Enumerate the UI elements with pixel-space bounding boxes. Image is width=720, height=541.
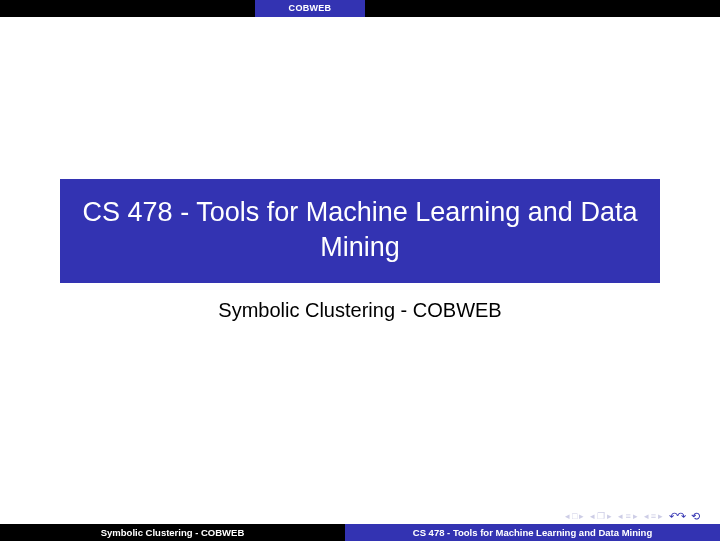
slide-title: CS 478 - Tools for Machine Learning and … xyxy=(70,195,650,265)
nav-slide-next-icon[interactable]: ▸ xyxy=(633,511,638,521)
nav-back-forward-icon[interactable]: ↶↷ xyxy=(669,510,685,523)
nav-subsec-box-icon[interactable]: ❐ xyxy=(597,511,605,521)
section-tab-cobweb[interactable]: COBWEB xyxy=(255,0,365,17)
nav-slide2-prev-icon[interactable]: ◂ xyxy=(644,511,649,521)
slide-subtitle: Symbolic Clustering - COBWEB xyxy=(0,299,720,322)
nav-subsec-prev-icon[interactable]: ◂ xyxy=(590,511,595,521)
nav-slide2-bar-icon[interactable]: ≡ xyxy=(651,511,656,521)
nav-slide2-next-icon[interactable]: ▸ xyxy=(658,511,663,521)
content-area: CS 478 - Tools for Machine Learning and … xyxy=(0,17,720,524)
slide: COBWEB CS 478 - Tools for Machine Learni… xyxy=(0,0,720,541)
footer: Symbolic Clustering - COBWEB CS 478 - To… xyxy=(0,524,720,541)
title-block: CS 478 - Tools for Machine Learning and … xyxy=(60,179,660,283)
nav-slide-group-2[interactable]: ◂ ≡ ▸ xyxy=(644,511,663,521)
footer-author-section[interactable]: Symbolic Clustering - COBWEB xyxy=(0,524,345,541)
nav-frame-box-icon[interactable]: □ xyxy=(572,511,577,521)
footer-title-section[interactable]: CS 478 - Tools for Machine Learning and … xyxy=(345,524,720,541)
beamer-nav-icons: ◂ □ ▸ ◂ ❐ ▸ ◂ ≡ ▸ ◂ ≡ ▸ ↶↷ ⟲ xyxy=(565,508,700,524)
nav-frame-next-icon[interactable]: ▸ xyxy=(579,511,584,521)
nav-slide-bar-icon[interactable]: ≡ xyxy=(625,511,630,521)
nav-subsection-group[interactable]: ◂ ❐ ▸ xyxy=(590,511,612,521)
nav-loop-icon[interactable]: ⟲ xyxy=(691,510,700,523)
nav-slide-prev-icon[interactable]: ◂ xyxy=(618,511,623,521)
nav-frame-prev-icon[interactable]: ◂ xyxy=(565,511,570,521)
topbar: COBWEB xyxy=(0,0,720,17)
nav-frame-group[interactable]: ◂ □ ▸ xyxy=(565,511,584,521)
nav-subsec-next-icon[interactable]: ▸ xyxy=(607,511,612,521)
nav-slide-group-1[interactable]: ◂ ≡ ▸ xyxy=(618,511,637,521)
